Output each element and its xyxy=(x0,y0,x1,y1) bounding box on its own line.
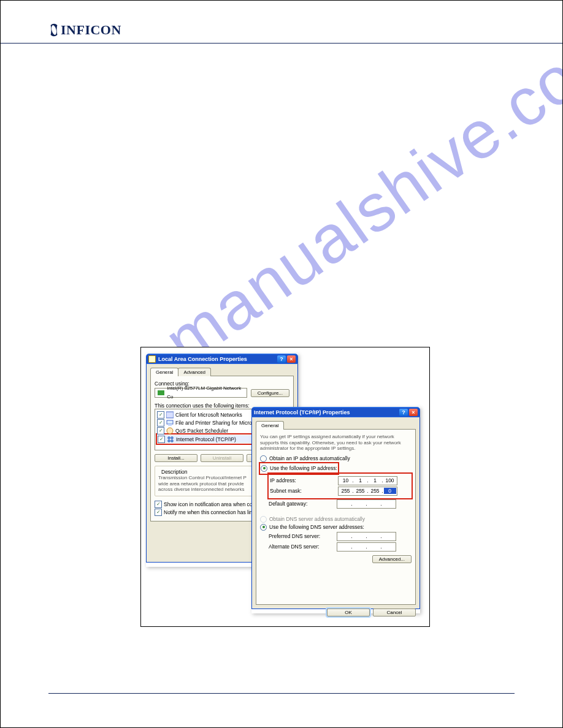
tab-general[interactable]: General xyxy=(150,368,178,376)
radio-use-ip[interactable]: Use the following IP address: xyxy=(261,465,337,472)
gateway-label: Default gateway: xyxy=(269,501,333,507)
configure-button[interactable]: Configure... xyxy=(251,389,289,397)
svg-rect-1 xyxy=(166,412,174,418)
window-titlebar[interactable]: Internet Protocol (TCP/IP) Properties ? … xyxy=(251,407,420,417)
notify-label: Notify me when this connection has lim xyxy=(164,509,254,515)
preferred-dns-input[interactable]: ... xyxy=(337,532,396,541)
show-icon-label: Show icon in notification area when co xyxy=(164,501,253,507)
checkbox-icon[interactable] xyxy=(155,509,162,516)
screenshot-frame: Local Area Connection Properties ? × Gen… xyxy=(140,347,430,627)
advanced-button[interactable]: Advanced... xyxy=(372,555,412,563)
printer-share-icon xyxy=(166,419,174,427)
checkbox-icon[interactable] xyxy=(157,411,164,419)
uninstall-button: Uninstall xyxy=(201,454,243,462)
checkbox-icon[interactable] xyxy=(157,419,164,427)
help-button[interactable]: ? xyxy=(277,355,286,363)
install-button[interactable]: Install... xyxy=(155,454,197,462)
ok-button[interactable]: OK xyxy=(327,609,370,616)
window-title: Internet Protocol (TCP/IP) Properties xyxy=(254,409,399,415)
radio-auto-ip[interactable]: Obtain an IP address automatically xyxy=(260,455,412,462)
inficon-logo-icon xyxy=(48,23,59,37)
radio-icon[interactable] xyxy=(260,524,267,531)
checkbox-icon[interactable] xyxy=(155,501,162,508)
ip-fields-highlight: IP address: 10. 1. 1. 100 Subnet mask: xyxy=(267,472,413,499)
tcpip-icon xyxy=(167,436,174,443)
adapter-field: Intel(R) 82577LM Gigabit Network Co xyxy=(155,388,247,398)
description-label: Description xyxy=(159,469,190,475)
radio-auto-dns: Obtain DNS server address automatically xyxy=(260,516,412,523)
ip-label: IP address: xyxy=(270,477,334,483)
alternate-dns-label: Alternate DNS server: xyxy=(269,544,333,550)
client-icon xyxy=(166,411,174,419)
checkbox-icon[interactable] xyxy=(158,436,165,443)
tcpip-properties-window: Internet Protocol (TCP/IP) Properties ? … xyxy=(251,407,420,613)
subnet-label: Subnet mask: xyxy=(270,488,334,494)
preferred-dns-label: Preferred DNS server: xyxy=(269,533,333,539)
footer-rule xyxy=(48,693,515,694)
brand-text: INFICON xyxy=(61,22,121,38)
radio-icon xyxy=(260,516,267,523)
radio-use-dns[interactable]: Use the following DNS server addresses: xyxy=(260,524,412,531)
close-button[interactable]: × xyxy=(287,355,296,363)
qos-icon xyxy=(166,427,174,434)
alternate-dns-input[interactable]: ... xyxy=(337,542,396,552)
gateway-input[interactable]: ... xyxy=(337,499,396,509)
intro-text: You can get IP settings assigned automat… xyxy=(260,434,412,452)
use-following-highlight: Use the following IP address: xyxy=(259,462,339,475)
page-header: INFICON xyxy=(1,1,562,44)
close-button[interactable]: × xyxy=(409,409,418,416)
radio-icon[interactable] xyxy=(261,465,267,472)
watermark: manualshive.com xyxy=(150,5,563,380)
cancel-button[interactable]: Cancel xyxy=(373,609,416,616)
svg-point-4 xyxy=(167,428,173,434)
tab-general[interactable]: General xyxy=(256,421,284,430)
subnet-mask-input[interactable]: 255. 255. 255. 0 xyxy=(338,487,397,496)
svg-rect-2 xyxy=(167,420,173,424)
radio-icon[interactable] xyxy=(260,455,267,462)
checkbox-icon[interactable] xyxy=(157,427,164,434)
window-title: Local Area Connection Properties xyxy=(158,356,277,362)
help-button[interactable]: ? xyxy=(399,409,408,416)
tab-advanced[interactable]: Advanced xyxy=(178,368,211,376)
ip-address-input[interactable]: 10. 1. 1. 100 xyxy=(338,476,397,485)
window-titlebar[interactable]: Local Area Connection Properties ? × xyxy=(146,354,298,364)
svg-rect-3 xyxy=(168,424,172,426)
window-icon xyxy=(148,355,156,363)
brand-logo: INFICON xyxy=(48,22,515,38)
